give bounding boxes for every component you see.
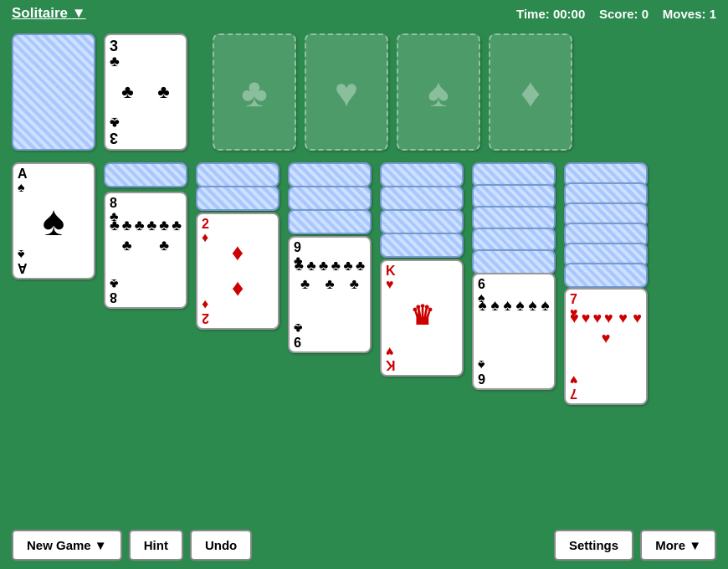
col4-fd-1: [380, 162, 464, 187]
score-display: Score: 0: [599, 7, 649, 21]
waste-rank-bot: 3: [110, 131, 182, 146]
tableau-col-3: 9♣ 9♣ ♣♣ ♣♣ ♣♣ ♣♣ ♣: [288, 162, 372, 376]
tableau-col-4: K♥ K♥ ♛: [380, 162, 464, 397]
waste-pip1: ♣: [121, 81, 133, 103]
col4-fd-2: [380, 186, 464, 211]
undo-button[interactable]: Undo: [190, 530, 252, 561]
waste-pile[interactable]: 3 ♣ ♣ ♣ 3 ♣: [104, 33, 187, 151]
foundation-spades[interactable]: ♠: [397, 33, 480, 151]
waste-rank: 3: [110, 38, 182, 54]
stock-pile[interactable]: [12, 33, 95, 151]
more-button[interactable]: More ▼: [640, 530, 716, 561]
tableau: A♠ A♠ ♠ 8♣ 8♣ ♣♣ ♣♣ ♣♣ ♣♣: [12, 162, 716, 438]
title-dropdown-arrow: ▼: [72, 5, 86, 21]
settings-button[interactable]: Settings: [554, 530, 633, 561]
col4-fd-4: [380, 233, 464, 258]
col5-fd-5: [472, 249, 556, 274]
moves-display: Moves: 1: [663, 7, 716, 21]
waste-suit-top: ♣: [110, 54, 182, 69]
card-6-spades[interactable]: 6♠ 6♠ ♠♠ ♠♠ ♠♠: [472, 273, 556, 390]
card-A-spades[interactable]: A♠ A♠ ♠: [12, 162, 95, 279]
game-area: 3 ♣ ♣ ♣ 3 ♣ ♣ ♥ ♠ ♦: [0, 27, 728, 445]
game-footer: New Game ▼ Hint Undo Settings More ▼: [0, 521, 728, 569]
game-title[interactable]: Solitaire ▼: [12, 5, 86, 22]
foundation-hearts-icon: ♥: [335, 69, 359, 115]
tableau-col-2: 2♦ 2♦ ♦ ♦: [196, 162, 279, 363]
foundation-spades-icon: ♠: [428, 69, 449, 115]
waste-pip2: ♣: [157, 81, 169, 103]
game-header: Solitaire ▼ Time: 00:00 Score: 0 Moves: …: [0, 0, 728, 27]
card-2-diamonds[interactable]: 2♦ 2♦ ♦ ♦: [196, 213, 279, 330]
foundation-clubs[interactable]: ♣: [213, 33, 296, 151]
game-stats: Time: 00:00 Score: 0 Moves: 1: [516, 7, 716, 21]
col3-fd-3: [288, 209, 372, 234]
tableau-col-6: 7♥ 7♥ ♥♥ ♥♥ ♥ ♥♥: [564, 162, 648, 438]
foundation-hearts[interactable]: ♥: [305, 33, 388, 151]
spacer: [196, 33, 204, 151]
card-7-hearts[interactable]: 7♥ 7♥ ♥♥ ♥♥ ♥ ♥♥: [564, 288, 648, 405]
left-buttons: New Game ▼ Hint Undo: [12, 530, 252, 561]
tableau-col-1: 8♣ 8♣ ♣♣ ♣♣ ♣♣ ♣♣: [104, 162, 187, 342]
title-text: Solitaire: [12, 5, 68, 21]
right-buttons: Settings More ▼: [554, 530, 716, 561]
card-8-clubs[interactable]: 8♣ 8♣ ♣♣ ♣♣ ♣♣ ♣♣: [104, 192, 187, 309]
col2-fd-1: [196, 162, 279, 187]
col4-fd-3: [380, 209, 464, 234]
col3-fd-1: [288, 162, 372, 187]
time-display: Time: 00:00: [516, 7, 585, 21]
foundation-clubs-icon: ♣: [241, 69, 268, 115]
new-game-button[interactable]: New Game ▼: [12, 530, 122, 561]
top-row: 3 ♣ ♣ ♣ 3 ♣ ♣ ♥ ♠ ♦: [12, 33, 716, 151]
card-K-hearts[interactable]: K♥ K♥ ♛: [380, 259, 464, 377]
card-9-clubs[interactable]: 9♣ 9♣ ♣♣ ♣♣ ♣♣ ♣♣ ♣: [288, 236, 372, 353]
foundation-diamonds[interactable]: ♦: [489, 33, 572, 151]
waste-suit-bot: ♣: [110, 115, 182, 131]
col6-fd-6: [564, 263, 648, 288]
col2-fd-2: [196, 186, 279, 211]
tableau-col-0: A♠ A♠ ♠: [12, 162, 95, 296]
col1-fd-1: [104, 162, 187, 187]
col3-fd-2: [288, 186, 372, 211]
hint-button[interactable]: Hint: [129, 530, 183, 561]
tableau-col-5: 6♠ 6♠ ♠♠ ♠♠ ♠♠: [472, 162, 556, 422]
foundation-diamonds-icon: ♦: [520, 69, 541, 115]
